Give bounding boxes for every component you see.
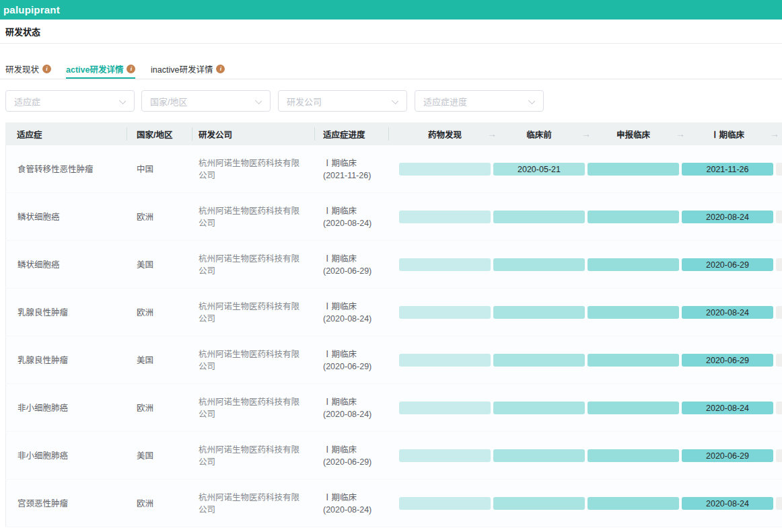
cell-indication: 非小细胞肺癌 bbox=[17, 384, 125, 432]
filter-select[interactable]: 适应症 bbox=[5, 90, 135, 112]
progress-date: (2020-06-29) bbox=[323, 360, 387, 373]
column-header: 适应症 bbox=[17, 122, 42, 145]
timeline-segment bbox=[493, 354, 585, 367]
timeline-segment: 2020-08-24 bbox=[682, 211, 773, 223]
cell-region: 中国 bbox=[137, 145, 189, 193]
progress-stage: Ⅰ期临床 bbox=[323, 444, 387, 456]
cell-progress: Ⅰ期临床(2020-06-29) bbox=[323, 241, 387, 289]
phase-header: 申报临床 bbox=[588, 122, 679, 145]
cell-region: 美国 bbox=[137, 336, 189, 384]
timeline-segment bbox=[493, 497, 585, 510]
timeline-segment-next bbox=[776, 402, 782, 414]
cell-progress: Ⅰ期临床(2020-08-24) bbox=[323, 480, 387, 527]
table-row[interactable]: 非小细胞肺癌 欧洲 杭州阿诺生物医药科技有限公司 Ⅰ期临床(2020-08-24… bbox=[0, 384, 782, 432]
progress-date: (2020-06-29) bbox=[323, 456, 387, 468]
chevron-down-icon bbox=[256, 98, 261, 104]
timeline-segment bbox=[399, 354, 491, 367]
table-row[interactable]: 食管转移性恶性肿瘤 中国 杭州阿诺生物医药科技有限公司 Ⅰ期临床(2021-11… bbox=[0, 145, 782, 193]
cell-region: 欧洲 bbox=[137, 193, 189, 241]
filter-select[interactable]: 国家/地区 bbox=[141, 90, 271, 112]
progress-date: (2020-08-24) bbox=[323, 504, 387, 516]
timeline-segment bbox=[588, 306, 679, 319]
phase-header: 临床前 bbox=[493, 122, 585, 145]
tab-inactive-detail[interactable]: inactive研发详情 i bbox=[151, 61, 225, 77]
column-header: 研发公司 bbox=[199, 122, 232, 145]
cell-company: 杭州阿诺生物医药科技有限公司 bbox=[199, 145, 305, 193]
cell-indication: 鳞状细胞癌 bbox=[17, 193, 125, 241]
header-separator bbox=[127, 127, 127, 141]
progress-date: (2020-08-24) bbox=[323, 408, 387, 420]
tab-label: active研发详情 bbox=[66, 63, 123, 75]
active-tab-underline bbox=[66, 77, 135, 79]
tab-active-detail[interactable]: active研发详情 i bbox=[66, 61, 135, 77]
cell-company: 杭州阿诺生物医药科技有限公司 bbox=[199, 480, 305, 527]
timeline-segment bbox=[399, 497, 491, 510]
top-bar: palupiprant bbox=[0, 0, 782, 20]
cell-company: 杭州阿诺生物医药科技有限公司 bbox=[199, 384, 305, 432]
page-title: 研发状态 bbox=[5, 25, 40, 38]
column-header: 国家/地区 bbox=[137, 122, 172, 145]
filter-select[interactable]: 研发公司 bbox=[278, 90, 407, 112]
cell-indication: 宫颈恶性肿瘤 bbox=[17, 480, 125, 527]
progress-stage: Ⅰ期临床 bbox=[323, 492, 387, 504]
header-separator bbox=[314, 127, 315, 141]
column-header: 适应症进度 bbox=[323, 122, 365, 145]
cell-region: 美国 bbox=[137, 432, 189, 480]
timeline-segment bbox=[399, 258, 491, 271]
info-icon[interactable]: i bbox=[127, 65, 135, 73]
timeline-segment-next bbox=[776, 306, 782, 319]
info-icon[interactable]: i bbox=[216, 65, 225, 73]
timeline-segment-next bbox=[776, 497, 782, 510]
timeline-segment bbox=[588, 354, 679, 367]
table-row[interactable]: 非小细胞肺癌 美国 杭州阿诺生物医药科技有限公司 Ⅰ期临床(2020-06-29… bbox=[0, 432, 782, 480]
timeline-segment bbox=[588, 211, 679, 223]
cell-indication: 食管转移性恶性肿瘤 bbox=[17, 145, 125, 193]
cell-region: 欧洲 bbox=[137, 480, 189, 527]
chevron-down-icon bbox=[529, 98, 534, 104]
select-placeholder: 适应症进度 bbox=[423, 95, 467, 108]
progress-stage: Ⅰ期临床 bbox=[323, 157, 387, 169]
timeline-segment: 2020-06-29 bbox=[682, 258, 773, 271]
timeline-segment-next bbox=[776, 211, 782, 223]
timeline-segment: 2020-05-21 bbox=[493, 163, 585, 176]
tab-rd-status[interactable]: 研发现状 i bbox=[5, 61, 51, 77]
info-icon[interactable]: i bbox=[42, 65, 51, 73]
timeline-segment: 2020-06-29 bbox=[682, 449, 773, 462]
progress-stage: Ⅰ期临床 bbox=[323, 348, 387, 360]
cell-indication: 鳞状细胞癌 bbox=[17, 241, 125, 289]
timeline-segment bbox=[588, 258, 679, 271]
cell-progress: Ⅰ期临床(2021-11-26) bbox=[323, 145, 387, 193]
page-title-strip: 研发状态 bbox=[0, 20, 782, 44]
cell-company: 杭州阿诺生物医药科技有限公司 bbox=[199, 432, 305, 480]
table-row[interactable]: 乳腺良性肿瘤 欧洲 杭州阿诺生物医药科技有限公司 Ⅰ期临床(2020-08-24… bbox=[0, 289, 782, 336]
cell-progress: Ⅰ期临床(2020-08-24) bbox=[323, 289, 387, 336]
progress-date: (2020-08-24) bbox=[323, 313, 387, 325]
timeline-segment: 2021-11-26 bbox=[682, 163, 773, 176]
table-row[interactable]: 乳腺良性肿瘤 美国 杭州阿诺生物医药科技有限公司 Ⅰ期临床(2020-06-29… bbox=[0, 336, 782, 384]
timeline-segment-next bbox=[776, 258, 782, 271]
cell-region: 美国 bbox=[137, 241, 189, 289]
page: palupiprant 研发状态 研发现状 i active研发详情 i ina… bbox=[0, 0, 782, 532]
table-row[interactable]: 鳞状细胞癌 美国 杭州阿诺生物医药科技有限公司 Ⅰ期临床(2020-06-29)… bbox=[0, 241, 782, 289]
select-placeholder: 研发公司 bbox=[287, 95, 322, 108]
cell-progress: Ⅰ期临床(2020-08-24) bbox=[323, 193, 387, 241]
filter-select[interactable]: 适应症进度 bbox=[415, 90, 544, 112]
table-row[interactable]: 鳞状细胞癌 欧洲 杭州阿诺生物医药科技有限公司 Ⅰ期临床(2020-08-24)… bbox=[0, 193, 782, 241]
tab-bar: 研发现状 i active研发详情 i inactive研发详情 i bbox=[0, 44, 782, 79]
select-placeholder: 国家/地区 bbox=[150, 95, 188, 108]
timeline-segment bbox=[493, 449, 585, 462]
table-row[interactable]: 宫颈恶性肿瘤 欧洲 杭州阿诺生物医药科技有限公司 Ⅰ期临床(2020-08-24… bbox=[0, 480, 782, 527]
timeline-segment bbox=[588, 163, 679, 176]
progress-stage: Ⅰ期临床 bbox=[323, 396, 387, 408]
timeline-segment: 2020-08-24 bbox=[682, 306, 773, 319]
progress-date: (2020-08-24) bbox=[323, 217, 387, 229]
timeline-segment bbox=[399, 402, 491, 414]
progress-stage: Ⅰ期临床 bbox=[323, 301, 387, 313]
progress-date: (2020-06-29) bbox=[323, 265, 387, 277]
timeline-segment bbox=[588, 402, 679, 414]
cell-progress: Ⅰ期临床(2020-06-29) bbox=[323, 336, 387, 384]
tab-label: 研发现状 bbox=[5, 63, 39, 75]
timeline-segment bbox=[493, 306, 585, 319]
timeline-segment bbox=[493, 211, 585, 223]
progress-date: (2021-11-26) bbox=[323, 169, 387, 182]
